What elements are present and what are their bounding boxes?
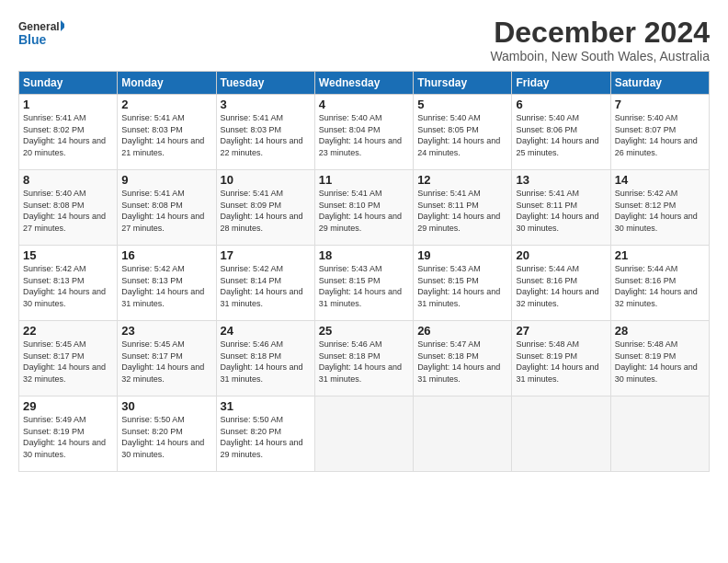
day-number: 28 [615,324,705,338]
day-number: 23 [121,324,211,338]
day-number: 13 [516,173,606,187]
calendar-cell: 27Sunrise: 5:48 AMSunset: 8:19 PMDayligh… [512,321,610,396]
calendar-cell: 28Sunrise: 5:48 AMSunset: 8:19 PMDayligh… [610,321,709,396]
month-title: December 2024 [490,17,710,49]
calendar-cell: 22Sunrise: 5:45 AMSunset: 8:17 PMDayligh… [19,321,118,396]
calendar-table: SundayMondayTuesdayWednesdayThursdayFrid… [18,71,710,472]
calendar-cell [512,396,610,472]
day-number: 17 [221,248,311,262]
day-number: 20 [516,248,606,262]
day-info: Sunrise: 5:41 AMSunset: 8:11 PMDaylight:… [417,188,507,234]
day-info: Sunrise: 5:42 AMSunset: 8:12 PMDaylight:… [615,188,705,234]
svg-text:General: General [18,20,60,33]
calendar-cell: 14Sunrise: 5:42 AMSunset: 8:12 PMDayligh… [610,170,709,246]
day-number: 22 [23,324,113,338]
calendar-cell: 12Sunrise: 5:41 AMSunset: 8:11 PMDayligh… [414,170,512,246]
calendar-cell: 16Sunrise: 5:42 AMSunset: 8:13 PMDayligh… [118,246,216,321]
calendar-cell: 6Sunrise: 5:40 AMSunset: 8:06 PMDaylight… [512,95,610,170]
day-info: Sunrise: 5:41 AMSunset: 8:03 PMDaylight:… [221,112,311,158]
calendar-cell: 29Sunrise: 5:49 AMSunset: 8:19 PMDayligh… [19,396,118,472]
day-info: Sunrise: 5:46 AMSunset: 8:18 PMDaylight:… [319,339,409,385]
day-number: 26 [417,324,507,338]
day-number: 31 [221,399,311,413]
day-info: Sunrise: 5:44 AMSunset: 8:16 PMDaylight:… [516,263,606,309]
calendar-cell: 24Sunrise: 5:46 AMSunset: 8:18 PMDayligh… [216,321,314,396]
day-info: Sunrise: 5:46 AMSunset: 8:18 PMDaylight:… [221,339,311,385]
day-header-friday: Friday [512,72,610,95]
header-row: SundayMondayTuesdayWednesdayThursdayFrid… [19,72,710,95]
day-number: 30 [121,399,211,413]
calendar-cell: 20Sunrise: 5:44 AMSunset: 8:16 PMDayligh… [512,246,610,321]
day-info: Sunrise: 5:47 AMSunset: 8:18 PMDaylight:… [417,339,507,385]
day-info: Sunrise: 5:41 AMSunset: 8:11 PMDaylight:… [516,188,606,234]
calendar-cell [314,396,413,472]
title-block: December 2024 Wamboin, New South Wales, … [490,17,710,63]
calendar-cell: 10Sunrise: 5:41 AMSunset: 8:09 PMDayligh… [216,170,314,246]
calendar-cell: 11Sunrise: 5:41 AMSunset: 8:10 PMDayligh… [314,170,413,246]
day-number: 16 [121,248,211,262]
day-info: Sunrise: 5:42 AMSunset: 8:14 PMDaylight:… [221,263,311,309]
day-header-thursday: Thursday [414,72,512,95]
day-info: Sunrise: 5:43 AMSunset: 8:15 PMDaylight:… [417,263,507,309]
calendar-cell: 25Sunrise: 5:46 AMSunset: 8:18 PMDayligh… [314,321,413,396]
calendar-cell: 3Sunrise: 5:41 AMSunset: 8:03 PMDaylight… [216,95,314,170]
week-row-2: 8Sunrise: 5:40 AMSunset: 8:08 PMDaylight… [19,170,710,246]
day-info: Sunrise: 5:45 AMSunset: 8:17 PMDaylight:… [121,339,211,385]
calendar-cell: 21Sunrise: 5:44 AMSunset: 8:16 PMDayligh… [610,246,709,321]
calendar-cell: 19Sunrise: 5:43 AMSunset: 8:15 PMDayligh… [414,246,512,321]
calendar-cell: 31Sunrise: 5:50 AMSunset: 8:20 PMDayligh… [216,396,314,472]
day-number: 4 [319,98,409,111]
day-number: 5 [417,98,507,111]
header: General Blue December 2024 Wamboin, New … [18,17,710,63]
day-info: Sunrise: 5:49 AMSunset: 8:19 PMDaylight:… [23,414,113,460]
calendar-cell: 8Sunrise: 5:40 AMSunset: 8:08 PMDaylight… [19,170,118,246]
day-info: Sunrise: 5:43 AMSunset: 8:15 PMDaylight:… [319,263,409,309]
day-info: Sunrise: 5:41 AMSunset: 8:03 PMDaylight:… [121,112,211,158]
day-number: 18 [319,248,409,262]
day-info: Sunrise: 5:40 AMSunset: 8:06 PMDaylight:… [516,112,606,158]
calendar-cell: 18Sunrise: 5:43 AMSunset: 8:15 PMDayligh… [314,246,413,321]
week-row-4: 22Sunrise: 5:45 AMSunset: 8:17 PMDayligh… [19,321,710,396]
day-info: Sunrise: 5:40 AMSunset: 8:07 PMDaylight:… [615,112,705,158]
calendar-cell: 7Sunrise: 5:40 AMSunset: 8:07 PMDaylight… [610,95,709,170]
day-info: Sunrise: 5:50 AMSunset: 8:20 PMDaylight:… [121,414,211,460]
calendar-cell [610,396,709,472]
calendar-cell: 2Sunrise: 5:41 AMSunset: 8:03 PMDaylight… [118,95,216,170]
day-number: 29 [23,399,113,413]
page-container: General Blue December 2024 Wamboin, New … [0,0,728,481]
day-info: Sunrise: 5:41 AMSunset: 8:09 PMDaylight:… [221,188,311,234]
calendar-cell: 30Sunrise: 5:50 AMSunset: 8:20 PMDayligh… [118,396,216,472]
day-number: 14 [615,173,705,187]
day-header-saturday: Saturday [610,72,709,95]
day-number: 11 [319,173,409,187]
calendar-cell: 1Sunrise: 5:41 AMSunset: 8:02 PMDaylight… [19,95,118,170]
day-number: 15 [23,248,113,262]
day-number: 25 [319,324,409,338]
day-info: Sunrise: 5:41 AMSunset: 8:02 PMDaylight:… [23,112,113,158]
calendar-cell: 5Sunrise: 5:40 AMSunset: 8:05 PMDaylight… [414,95,512,170]
day-number: 12 [417,173,507,187]
week-row-5: 29Sunrise: 5:49 AMSunset: 8:19 PMDayligh… [19,396,710,472]
location-subtitle: Wamboin, New South Wales, Australia [490,49,710,63]
day-number: 24 [221,324,311,338]
day-number: 21 [615,248,705,262]
day-info: Sunrise: 5:45 AMSunset: 8:17 PMDaylight:… [23,339,113,385]
day-info: Sunrise: 5:41 AMSunset: 8:08 PMDaylight:… [121,188,211,234]
svg-marker-2 [61,20,64,31]
calendar-cell: 9Sunrise: 5:41 AMSunset: 8:08 PMDaylight… [118,170,216,246]
day-info: Sunrise: 5:40 AMSunset: 8:08 PMDaylight:… [23,188,113,234]
day-number: 2 [121,98,211,111]
day-number: 10 [221,173,311,187]
day-info: Sunrise: 5:42 AMSunset: 8:13 PMDaylight:… [23,263,113,309]
week-row-1: 1Sunrise: 5:41 AMSunset: 8:02 PMDaylight… [19,95,710,170]
day-info: Sunrise: 5:41 AMSunset: 8:10 PMDaylight:… [319,188,409,234]
day-number: 1 [23,98,113,111]
logo: General Blue [18,17,64,50]
calendar-cell: 17Sunrise: 5:42 AMSunset: 8:14 PMDayligh… [216,246,314,321]
day-number: 3 [221,98,311,111]
day-number: 9 [121,173,211,187]
day-header-sunday: Sunday [19,72,118,95]
day-number: 27 [516,324,606,338]
day-info: Sunrise: 5:40 AMSunset: 8:04 PMDaylight:… [319,112,409,158]
calendar-cell: 13Sunrise: 5:41 AMSunset: 8:11 PMDayligh… [512,170,610,246]
